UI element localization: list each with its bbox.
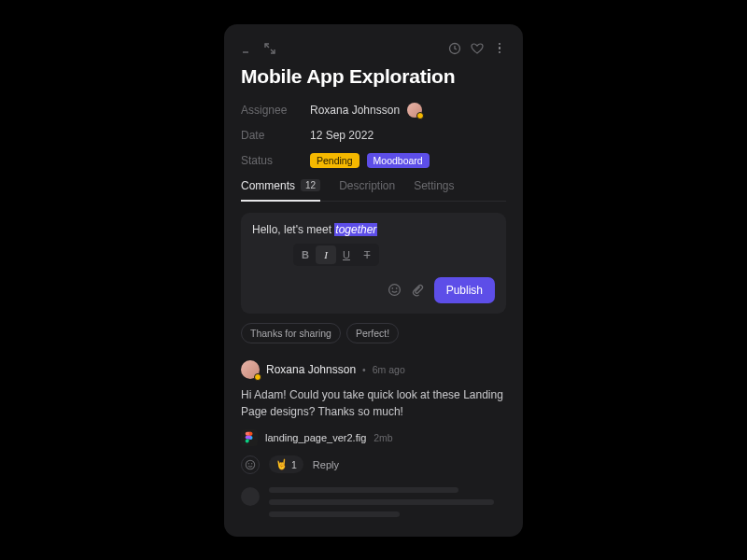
chip-perfect[interactable]: Perfect! — [346, 323, 399, 343]
reaction-count: 1 — [291, 459, 297, 470]
comment-time: 6m ago — [373, 364, 405, 375]
badge-moodboard[interactable]: Moodboard — [367, 153, 430, 168]
tab-comments[interactable]: Comments 12 — [241, 179, 320, 201]
expand-icon[interactable] — [263, 42, 276, 55]
badge-pending[interactable]: Pending — [310, 153, 359, 168]
file-size: 2mb — [374, 432, 392, 443]
more-icon[interactable] — [493, 42, 506, 55]
publish-button[interactable]: Publish — [434, 277, 495, 303]
topbar-right — [448, 42, 506, 55]
attachment[interactable]: landing_page_ver2.fig 2mb — [241, 429, 506, 446]
tab-settings[interactable]: Settings — [414, 179, 454, 201]
underline-button[interactable]: U — [336, 245, 357, 264]
heart-icon[interactable] — [471, 42, 484, 55]
skeleton-comment — [241, 487, 506, 524]
tab-description[interactable]: Description — [339, 179, 395, 201]
assignee-name: Roxana Johnsson — [310, 104, 400, 117]
task-title: Mobile App Exploration — [241, 65, 506, 88]
quick-replies: Thanks for sharing Perfect! — [241, 323, 506, 343]
clock-icon[interactable] — [448, 42, 461, 55]
svg-point-7 — [246, 460, 254, 469]
composer-footer: Publish — [252, 277, 495, 303]
assignee-label: Assignee — [241, 104, 310, 117]
status-label: Status — [241, 154, 310, 167]
comment-composer: Hello, let's meet together B I U T Publi… — [241, 213, 506, 314]
comments-count: 12 — [301, 179, 320, 191]
svg-point-4 — [395, 287, 397, 289]
strike-button[interactable]: T — [357, 245, 377, 264]
topbar-left — [241, 42, 276, 55]
figma-file-icon — [241, 429, 258, 446]
meta-assignee: Assignee Roxana Johnsson — [241, 103, 506, 118]
comment-item: Roxana Johnsson • 6m ago Hi Adam! Could … — [241, 360, 506, 474]
emoji-icon[interactable] — [388, 283, 402, 297]
chip-thanks[interactable]: Thanks for sharing — [241, 323, 341, 343]
reaction-pill[interactable]: 🤘 1 — [269, 455, 303, 473]
panel-topbar — [241, 41, 506, 56]
comment-body: Hi Adam! Could you take quick look at th… — [241, 386, 506, 420]
comment-sep: • — [362, 364, 366, 375]
svg-point-2 — [388, 285, 400, 296]
assignee-avatar — [407, 103, 422, 118]
svg-point-8 — [248, 463, 249, 464]
italic-button[interactable]: I — [316, 245, 336, 264]
add-reaction-icon[interactable] — [241, 455, 260, 474]
status-badges: Pending Moodboard — [310, 153, 430, 168]
composer-highlight: together — [334, 223, 377, 236]
reaction-emoji: 🤘 — [275, 458, 288, 470]
skeleton-line — [269, 499, 494, 505]
meta-date: Date 12 Sep 2022 — [241, 129, 506, 142]
attachment-icon[interactable] — [411, 283, 425, 297]
task-panel: Mobile App Exploration Assignee Roxana J… — [224, 24, 523, 537]
meta-status: Status Pending Moodboard — [241, 153, 506, 168]
reactions: 🤘 1 Reply — [241, 455, 506, 474]
reply-link[interactable]: Reply — [313, 459, 339, 470]
bold-button[interactable]: B — [295, 245, 316, 264]
date-value[interactable]: 12 Sep 2022 — [310, 129, 374, 142]
format-toolbar: B I U T — [293, 244, 379, 266]
composer-prefix: Hello, let's meet — [252, 223, 334, 236]
date-label: Date — [241, 129, 310, 142]
assignee-value[interactable]: Roxana Johnsson — [310, 103, 422, 118]
comment-avatar[interactable] — [241, 360, 260, 379]
skeleton-line — [269, 511, 400, 517]
tab-comments-label: Comments — [241, 179, 295, 192]
svg-point-9 — [251, 463, 252, 464]
tabs: Comments 12 Description Settings — [241, 179, 506, 202]
composer-text[interactable]: Hello, let's meet together — [252, 223, 495, 236]
svg-rect-6 — [249, 431, 253, 435]
file-name: landing_page_ver2.fig — [265, 432, 366, 443]
skeleton-avatar — [241, 487, 260, 506]
minimize-icon[interactable] — [241, 42, 254, 55]
svg-point-3 — [391, 287, 393, 289]
comment-header: Roxana Johnsson • 6m ago — [241, 360, 506, 379]
skeleton-line — [269, 487, 458, 493]
comment-author[interactable]: Roxana Johnsson — [266, 363, 356, 376]
